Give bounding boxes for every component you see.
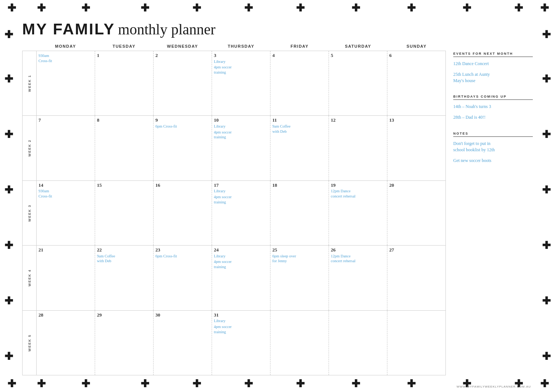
day-number: 20 bbox=[389, 182, 444, 188]
title-main: MY FAMILY bbox=[22, 20, 115, 38]
day-cell-w1-fri: 4 bbox=[270, 51, 329, 115]
event-text: 4pm soccertraining bbox=[214, 65, 268, 75]
cross-icon: ✚ bbox=[141, 3, 149, 13]
cross-icon: ✚ bbox=[4, 74, 13, 84]
event-text: 4pm soccertraining bbox=[214, 195, 268, 205]
week-row-3: WEEK 314930amCross-fit151617Library4pm s… bbox=[23, 181, 445, 246]
day-number: 6 bbox=[389, 53, 444, 58]
day-number: 5 bbox=[331, 53, 385, 58]
day-number: 27 bbox=[389, 247, 444, 253]
cross-icon: ✚ bbox=[81, 3, 90, 13]
day-number: 23 bbox=[155, 247, 210, 253]
event-text: 9am Coffeewith Deb bbox=[97, 254, 151, 264]
cross-icon: ✚ bbox=[514, 3, 523, 13]
day-number: 28 bbox=[38, 312, 93, 318]
week-label-5: WEEK 5 bbox=[23, 311, 37, 375]
cross-icon: ✚ bbox=[244, 379, 253, 389]
day-header-sun: SUNDAY bbox=[387, 43, 446, 50]
day-cell-w1-wed: 2 bbox=[154, 51, 212, 115]
cross-icon: ✚ bbox=[540, 3, 549, 13]
day-header-tue: TUESDAY bbox=[95, 43, 153, 50]
day-header-mon: MONDAY bbox=[36, 43, 95, 50]
week-label-4: WEEK 4 bbox=[23, 246, 37, 310]
cross-icon: ✚ bbox=[540, 379, 549, 389]
day-cell-w4-sat: 2612pm Danceconcert rehersal bbox=[329, 246, 387, 310]
week-label-3: WEEK 3 bbox=[23, 181, 37, 245]
events-section: EVENTS FOR NEXT MONTH 12th Dance Concert… bbox=[453, 52, 533, 88]
day-cell-w4-tue: 229am Coffeewith Deb bbox=[95, 246, 154, 310]
day-cell-w3-mon: 14930amCross-fit bbox=[37, 181, 95, 245]
week-label-2: WEEK 2 bbox=[23, 116, 37, 180]
day-cell-w3-sun: 20 bbox=[387, 181, 445, 245]
cross-icon: ✚ bbox=[4, 185, 13, 195]
day-number: 10 bbox=[214, 117, 268, 123]
cross-icon: ✚ bbox=[542, 185, 551, 195]
event-text: Library bbox=[214, 189, 268, 194]
event-text: 6pm Cross-fit bbox=[155, 254, 210, 259]
day-number: 29 bbox=[97, 312, 151, 318]
event-item-2: 25th Lunch at AuntyMay's house bbox=[453, 71, 533, 84]
cross-icon: ✚ bbox=[4, 240, 13, 251]
day-cell-w3-tue: 15 bbox=[95, 181, 154, 245]
cross-icon: ✚ bbox=[37, 379, 46, 389]
day-header-sat: SATURDAY bbox=[329, 43, 387, 50]
cross-icon: ✚ bbox=[192, 379, 201, 389]
day-number: 30 bbox=[155, 312, 210, 318]
cross-icon: ✚ bbox=[296, 3, 305, 13]
day-cell-w5-tue: 29 bbox=[95, 311, 154, 375]
day-cell-w5-fri bbox=[270, 311, 329, 375]
day-header-fri: FRIDAY bbox=[270, 43, 329, 50]
day-cell-w1-thu: 3Library4pm soccertraining bbox=[212, 51, 270, 115]
day-cell-w2-thu: 10Library4pm soccertraining bbox=[212, 116, 270, 180]
event-text: 12pm Danceconcert rehersal bbox=[331, 189, 385, 199]
cross-icon: ✚ bbox=[407, 379, 416, 389]
cross-icon: ✚ bbox=[141, 379, 149, 389]
day-number: 16 bbox=[155, 182, 210, 188]
day-number: 21 bbox=[38, 247, 93, 253]
week-label-1: WEEK 1 bbox=[23, 51, 37, 115]
birthday-item-1: 14th – Noah's turns 3 bbox=[453, 104, 533, 110]
day-number: 3 bbox=[214, 53, 268, 58]
title-area: MY FAMILYmonthly planner bbox=[22, 20, 533, 38]
day-cell-w2-mon: 7 bbox=[37, 116, 95, 180]
day-number: 25 bbox=[272, 247, 327, 253]
event-text: Library bbox=[214, 254, 268, 259]
day-number: 8 bbox=[97, 117, 151, 123]
day-cell-w3-fri: 18 bbox=[270, 181, 329, 245]
cross-icon: ✚ bbox=[542, 74, 551, 84]
event-text: 4pm soccertraining bbox=[214, 130, 268, 140]
day-cell-w2-sun: 13 bbox=[387, 116, 445, 180]
day-number: 11 bbox=[272, 117, 327, 123]
event-text: 930amCross-fit bbox=[38, 53, 93, 63]
day-number: 2 bbox=[155, 53, 210, 58]
day-cell-w1-sat: 5 bbox=[329, 51, 387, 115]
week-row-2: WEEK 27896pm Cross-fit10Library4pm socce… bbox=[23, 116, 445, 180]
cross-icon: ✚ bbox=[4, 129, 13, 140]
day-cell-w2-tue: 8 bbox=[95, 116, 154, 180]
day-number: 13 bbox=[389, 117, 444, 123]
cross-icon: ✚ bbox=[542, 129, 551, 140]
cross-icon: ✚ bbox=[37, 3, 46, 13]
notes-title: NOTES bbox=[453, 132, 533, 137]
day-number: 26 bbox=[331, 247, 385, 253]
day-number: 9 bbox=[155, 117, 210, 123]
event-text: 12pm Danceconcert rehersal bbox=[331, 254, 385, 264]
day-number: 12 bbox=[331, 117, 385, 123]
day-cell-w5-sat bbox=[329, 311, 387, 375]
note-item-1: Don't forget to put inschool booklist by… bbox=[453, 141, 533, 153]
day-number: 4 bbox=[272, 53, 327, 58]
day-cell-w4-sun: 27 bbox=[387, 246, 445, 310]
calendar-grid: WEEK 1930amCross-fit123Library4pm soccer… bbox=[22, 51, 446, 375]
week-row-1: WEEK 1930amCross-fit123Library4pm soccer… bbox=[23, 51, 445, 116]
cross-icon: ✚ bbox=[352, 3, 360, 13]
birthday-item-2: 28th – Dad is 40!! bbox=[453, 114, 533, 121]
day-cell-w4-thu: 24Library4pm soccertraining bbox=[212, 246, 270, 310]
day-cell-w2-wed: 96pm Cross-fit bbox=[154, 116, 212, 180]
event-text: 6pm Cross-fit bbox=[155, 124, 210, 129]
day-number: 19 bbox=[331, 182, 385, 188]
event-text: Library bbox=[214, 124, 268, 129]
day-number: 7 bbox=[38, 117, 93, 123]
day-number: 24 bbox=[214, 247, 268, 253]
cross-icon: ✚ bbox=[192, 3, 201, 13]
day-cell-w3-wed: 16 bbox=[154, 181, 212, 245]
